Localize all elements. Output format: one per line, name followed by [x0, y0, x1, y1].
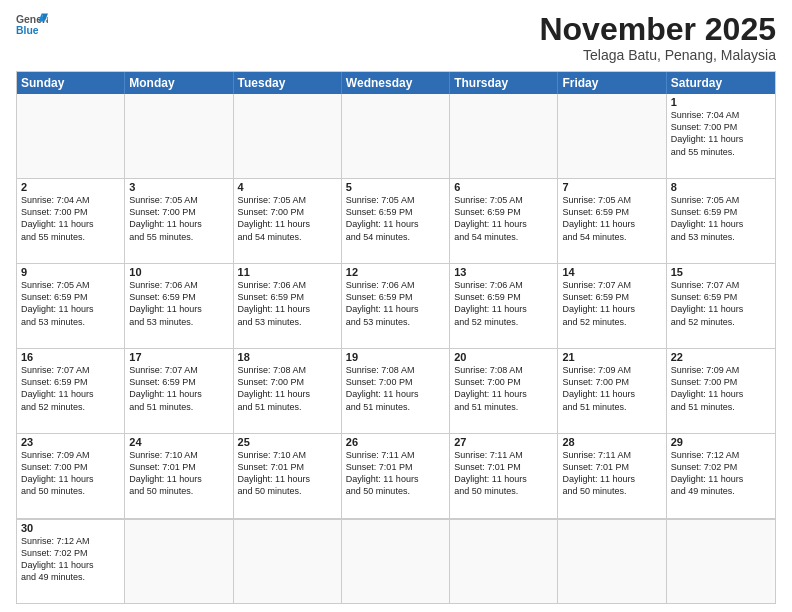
day-info: Sunrise: 7:08 AM Sunset: 7:00 PM Dayligh… [346, 364, 445, 413]
calendar-cell: 8Sunrise: 7:05 AM Sunset: 6:59 PM Daylig… [667, 179, 775, 263]
calendar-cell [450, 94, 558, 178]
logo: General Blue [16, 12, 48, 36]
day-info: Sunrise: 7:07 AM Sunset: 6:59 PM Dayligh… [562, 279, 661, 328]
month-title: November 2025 [539, 12, 776, 47]
day-number: 5 [346, 181, 445, 193]
day-info: Sunrise: 7:06 AM Sunset: 6:59 PM Dayligh… [129, 279, 228, 328]
day-number: 4 [238, 181, 337, 193]
day-number: 13 [454, 266, 553, 278]
weekday-header: Tuesday [234, 72, 342, 94]
day-info: Sunrise: 7:08 AM Sunset: 7:00 PM Dayligh… [454, 364, 553, 413]
calendar-cell: 5Sunrise: 7:05 AM Sunset: 6:59 PM Daylig… [342, 179, 450, 263]
calendar-row: 1Sunrise: 7:04 AM Sunset: 7:00 PM Daylig… [17, 94, 775, 178]
day-number: 1 [671, 96, 771, 108]
calendar-cell: 22Sunrise: 7:09 AM Sunset: 7:00 PM Dayli… [667, 349, 775, 433]
day-number: 25 [238, 436, 337, 448]
day-info: Sunrise: 7:05 AM Sunset: 6:59 PM Dayligh… [21, 279, 120, 328]
day-number: 8 [671, 181, 771, 193]
day-number: 11 [238, 266, 337, 278]
calendar-cell [342, 94, 450, 178]
calendar-cell: 28Sunrise: 7:11 AM Sunset: 7:01 PM Dayli… [558, 434, 666, 518]
calendar-cell: 26Sunrise: 7:11 AM Sunset: 7:01 PM Dayli… [342, 434, 450, 518]
calendar-cell: 10Sunrise: 7:06 AM Sunset: 6:59 PM Dayli… [125, 264, 233, 348]
weekday-header: Thursday [450, 72, 558, 94]
svg-text:Blue: Blue [16, 25, 39, 36]
day-info: Sunrise: 7:11 AM Sunset: 7:01 PM Dayligh… [454, 449, 553, 498]
location: Telaga Batu, Penang, Malaysia [539, 47, 776, 63]
calendar-cell: 25Sunrise: 7:10 AM Sunset: 7:01 PM Dayli… [234, 434, 342, 518]
day-info: Sunrise: 7:05 AM Sunset: 7:00 PM Dayligh… [238, 194, 337, 243]
day-number: 26 [346, 436, 445, 448]
calendar-cell [234, 94, 342, 178]
calendar-cell: 27Sunrise: 7:11 AM Sunset: 7:01 PM Dayli… [450, 434, 558, 518]
day-info: Sunrise: 7:04 AM Sunset: 7:00 PM Dayligh… [21, 194, 120, 243]
day-number: 24 [129, 436, 228, 448]
calendar-row: 2Sunrise: 7:04 AM Sunset: 7:00 PM Daylig… [17, 178, 775, 263]
day-number: 18 [238, 351, 337, 363]
day-info: Sunrise: 7:06 AM Sunset: 6:59 PM Dayligh… [238, 279, 337, 328]
day-info: Sunrise: 7:09 AM Sunset: 7:00 PM Dayligh… [21, 449, 120, 498]
day-number: 19 [346, 351, 445, 363]
day-number: 21 [562, 351, 661, 363]
page: General Blue November 2025 Telaga Batu, … [0, 0, 792, 612]
calendar-cell: 29Sunrise: 7:12 AM Sunset: 7:02 PM Dayli… [667, 434, 775, 518]
calendar-cell: 2Sunrise: 7:04 AM Sunset: 7:00 PM Daylig… [17, 179, 125, 263]
day-number: 17 [129, 351, 228, 363]
calendar-cell [667, 519, 775, 603]
calendar-cell [450, 519, 558, 603]
day-info: Sunrise: 7:12 AM Sunset: 7:02 PM Dayligh… [21, 535, 120, 584]
day-info: Sunrise: 7:11 AM Sunset: 7:01 PM Dayligh… [562, 449, 661, 498]
calendar-cell: 11Sunrise: 7:06 AM Sunset: 6:59 PM Dayli… [234, 264, 342, 348]
calendar-cell: 30Sunrise: 7:12 AM Sunset: 7:02 PM Dayli… [17, 519, 125, 603]
day-info: Sunrise: 7:06 AM Sunset: 6:59 PM Dayligh… [346, 279, 445, 328]
calendar-cell [17, 94, 125, 178]
calendar-cell: 23Sunrise: 7:09 AM Sunset: 7:00 PM Dayli… [17, 434, 125, 518]
day-number: 7 [562, 181, 661, 193]
day-info: Sunrise: 7:07 AM Sunset: 6:59 PM Dayligh… [129, 364, 228, 413]
title-area: November 2025 Telaga Batu, Penang, Malay… [539, 12, 776, 63]
day-info: Sunrise: 7:09 AM Sunset: 7:00 PM Dayligh… [671, 364, 771, 413]
calendar-cell: 24Sunrise: 7:10 AM Sunset: 7:01 PM Dayli… [125, 434, 233, 518]
calendar-cell: 9Sunrise: 7:05 AM Sunset: 6:59 PM Daylig… [17, 264, 125, 348]
calendar-row: 30Sunrise: 7:12 AM Sunset: 7:02 PM Dayli… [17, 518, 775, 603]
calendar-cell [558, 519, 666, 603]
calendar-cell: 1Sunrise: 7:04 AM Sunset: 7:00 PM Daylig… [667, 94, 775, 178]
calendar-cell: 18Sunrise: 7:08 AM Sunset: 7:00 PM Dayli… [234, 349, 342, 433]
day-number: 20 [454, 351, 553, 363]
calendar-cell: 20Sunrise: 7:08 AM Sunset: 7:00 PM Dayli… [450, 349, 558, 433]
day-info: Sunrise: 7:08 AM Sunset: 7:00 PM Dayligh… [238, 364, 337, 413]
day-info: Sunrise: 7:12 AM Sunset: 7:02 PM Dayligh… [671, 449, 771, 498]
calendar-cell: 14Sunrise: 7:07 AM Sunset: 6:59 PM Dayli… [558, 264, 666, 348]
day-number: 10 [129, 266, 228, 278]
calendar: SundayMondayTuesdayWednesdayThursdayFrid… [16, 71, 776, 604]
weekday-header: Wednesday [342, 72, 450, 94]
calendar-cell: 16Sunrise: 7:07 AM Sunset: 6:59 PM Dayli… [17, 349, 125, 433]
calendar-body: 1Sunrise: 7:04 AM Sunset: 7:00 PM Daylig… [17, 94, 775, 603]
day-info: Sunrise: 7:05 AM Sunset: 7:00 PM Dayligh… [129, 194, 228, 243]
calendar-cell: 12Sunrise: 7:06 AM Sunset: 6:59 PM Dayli… [342, 264, 450, 348]
calendar-cell: 15Sunrise: 7:07 AM Sunset: 6:59 PM Dayli… [667, 264, 775, 348]
calendar-cell [125, 94, 233, 178]
weekday-header: Monday [125, 72, 233, 94]
calendar-cell: 6Sunrise: 7:05 AM Sunset: 6:59 PM Daylig… [450, 179, 558, 263]
day-number: 29 [671, 436, 771, 448]
day-number: 22 [671, 351, 771, 363]
day-info: Sunrise: 7:07 AM Sunset: 6:59 PM Dayligh… [21, 364, 120, 413]
calendar-row: 23Sunrise: 7:09 AM Sunset: 7:00 PM Dayli… [17, 433, 775, 518]
calendar-cell: 7Sunrise: 7:05 AM Sunset: 6:59 PM Daylig… [558, 179, 666, 263]
day-number: 2 [21, 181, 120, 193]
calendar-cell: 19Sunrise: 7:08 AM Sunset: 7:00 PM Dayli… [342, 349, 450, 433]
weekday-header: Saturday [667, 72, 775, 94]
calendar-cell [234, 519, 342, 603]
calendar-cell [125, 519, 233, 603]
calendar-cell: 13Sunrise: 7:06 AM Sunset: 6:59 PM Dayli… [450, 264, 558, 348]
day-info: Sunrise: 7:05 AM Sunset: 6:59 PM Dayligh… [562, 194, 661, 243]
calendar-row: 16Sunrise: 7:07 AM Sunset: 6:59 PM Dayli… [17, 348, 775, 433]
day-info: Sunrise: 7:11 AM Sunset: 7:01 PM Dayligh… [346, 449, 445, 498]
day-number: 15 [671, 266, 771, 278]
weekday-header: Friday [558, 72, 666, 94]
header: General Blue November 2025 Telaga Batu, … [16, 12, 776, 63]
day-number: 28 [562, 436, 661, 448]
day-number: 6 [454, 181, 553, 193]
day-info: Sunrise: 7:05 AM Sunset: 6:59 PM Dayligh… [346, 194, 445, 243]
